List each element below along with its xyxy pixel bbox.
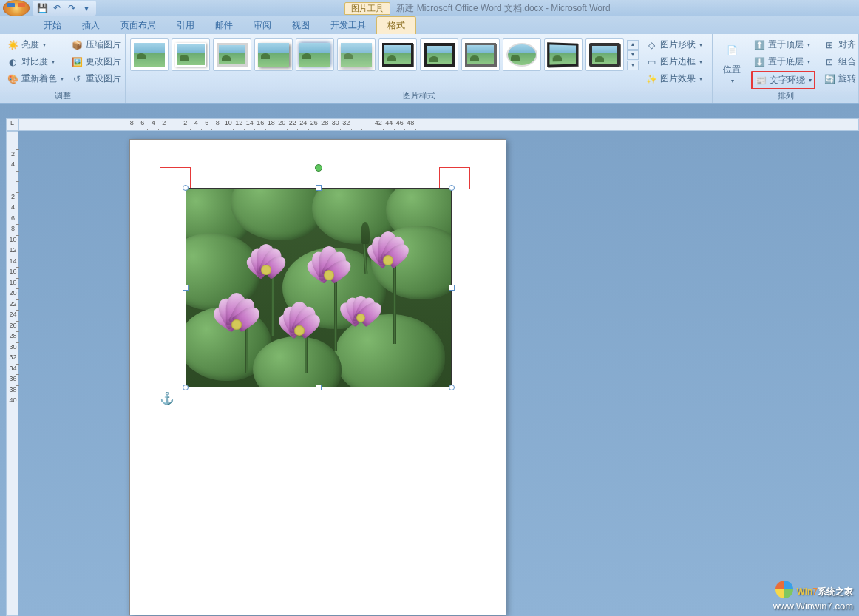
qat-customize-icon[interactable]: ▾ bbox=[80, 1, 93, 15]
style-thumb[interactable] bbox=[172, 38, 210, 71]
brightness-button[interactable]: ☀️亮度▾ bbox=[4, 37, 66, 53]
picture-shape-icon: ◇ bbox=[645, 39, 657, 51]
align-button[interactable]: ⊞对齐▾ bbox=[821, 37, 859, 53]
picture-shape-button[interactable]: ◇图片形状▾ bbox=[643, 37, 704, 53]
text-wrap-icon: 📰 bbox=[755, 75, 767, 87]
watermark-url: www.Winwin7.com bbox=[773, 600, 853, 612]
ribbon: ☀️亮度▾ ◐对比度▾ 🎨重新着色▾ 📦压缩图片 🖼️更改图片 ↺重设图片 调整 bbox=[0, 34, 859, 104]
reset-picture-icon: ↺ bbox=[71, 73, 83, 85]
align-icon: ⊞ bbox=[824, 39, 835, 51]
change-picture-button[interactable]: 🖼️更改图片 bbox=[69, 54, 123, 70]
watermark: Win7系统之家 www.Winwin7.com bbox=[773, 581, 853, 612]
resize-handle-n[interactable] bbox=[316, 185, 322, 191]
style-thumb[interactable] bbox=[213, 38, 251, 71]
picture-content bbox=[186, 188, 452, 387]
horizontal-ruler[interactable]: 8642246810121416182022242628303242444648 bbox=[18, 118, 859, 131]
contrast-icon: ◐ bbox=[7, 56, 18, 68]
position-icon: 📄 bbox=[720, 38, 744, 62]
vertical-ruler[interactable]: 24246810121416182022242628303234363840 bbox=[6, 131, 18, 616]
brightness-icon: ☀️ bbox=[7, 39, 18, 51]
resize-handle-w[interactable] bbox=[183, 285, 189, 291]
crop-mark-top-right bbox=[439, 167, 470, 189]
tab-insert[interactable]: 插入 bbox=[72, 17, 110, 34]
windows-flag-icon bbox=[775, 581, 793, 598]
context-tab-group-label: 图片工具 bbox=[344, 2, 390, 15]
office-button[interactable] bbox=[3, 0, 30, 16]
send-back-icon: ⬇️ bbox=[753, 56, 765, 68]
tab-mailings[interactable]: 邮件 bbox=[205, 17, 243, 34]
style-thumb[interactable] bbox=[503, 38, 541, 71]
tab-home[interactable]: 开始 bbox=[33, 17, 72, 34]
change-picture-icon: 🖼️ bbox=[71, 56, 83, 68]
tab-page-layout[interactable]: 页面布局 bbox=[110, 17, 166, 34]
style-thumb[interactable] bbox=[254, 38, 293, 71]
group-label-styles: 图片样式 bbox=[126, 89, 712, 102]
rotate-button[interactable]: 🔄旋转▾ bbox=[821, 71, 859, 87]
style-thumb[interactable] bbox=[585, 38, 624, 71]
style-thumb[interactable] bbox=[378, 38, 417, 71]
compress-button[interactable]: 📦压缩图片 bbox=[69, 37, 123, 53]
picture-effects-icon: ✨ bbox=[645, 73, 657, 85]
picture-border-button[interactable]: ▭图片边框▾ bbox=[643, 54, 704, 70]
rotation-handle[interactable] bbox=[315, 164, 322, 172]
resize-handle-nw[interactable] bbox=[183, 185, 189, 191]
picture-effects-button[interactable]: ✨图片效果▾ bbox=[643, 71, 704, 87]
style-thumb[interactable] bbox=[420, 38, 458, 71]
resize-handle-s[interactable] bbox=[316, 385, 322, 390]
tab-references[interactable]: 引用 bbox=[166, 17, 205, 34]
send-to-back-button[interactable]: ⬇️置于底层▾ bbox=[751, 54, 815, 70]
save-icon[interactable]: 💾 bbox=[35, 1, 49, 15]
style-thumb[interactable] bbox=[461, 38, 500, 71]
group-button[interactable]: ⊡组合▾ bbox=[821, 54, 859, 70]
recolor-button[interactable]: 🎨重新着色▾ bbox=[4, 71, 66, 87]
recolor-icon: 🎨 bbox=[7, 73, 18, 85]
picture-styles-gallery[interactable]: ▴▾▾ bbox=[129, 35, 640, 74]
resize-handle-se[interactable] bbox=[449, 385, 455, 390]
compress-icon: 📦 bbox=[71, 39, 83, 51]
bring-to-front-button[interactable]: ⬆️置于顶层▾ bbox=[751, 37, 815, 53]
gallery-scroll[interactable]: ▴▾▾ bbox=[627, 40, 639, 70]
style-thumb[interactable] bbox=[296, 38, 334, 71]
group-icon: ⊡ bbox=[824, 56, 835, 68]
anchor-icon: ⚓ bbox=[160, 391, 174, 405]
group-label-adjust: 调整 bbox=[0, 89, 125, 102]
document-page[interactable]: ⚓ bbox=[129, 139, 506, 615]
ribbon-tabs: 开始 插入 页面布局 引用 邮件 审阅 视图 开发工具 格式 bbox=[0, 16, 859, 34]
rotate-icon: 🔄 bbox=[824, 73, 835, 85]
document-title: 新建 Microsoft Office Word 文档.docx - Micro… bbox=[396, 2, 610, 15]
picture-border-icon: ▭ bbox=[645, 56, 657, 68]
style-thumb[interactable] bbox=[337, 38, 376, 71]
ruler-corner[interactable]: L bbox=[6, 118, 18, 131]
quick-access-toolbar: 💾 ↶ ↷ ▾ bbox=[33, 1, 96, 16]
resize-handle-sw[interactable] bbox=[183, 385, 189, 390]
redo-icon[interactable]: ↷ bbox=[65, 1, 78, 15]
contrast-button[interactable]: ◐对比度▾ bbox=[4, 54, 66, 70]
tab-developer[interactable]: 开发工具 bbox=[320, 17, 376, 34]
group-label-arrange: 排列 bbox=[713, 89, 858, 102]
tab-format[interactable]: 格式 bbox=[376, 16, 416, 34]
style-thumb[interactable] bbox=[130, 38, 169, 71]
bring-front-icon: ⬆️ bbox=[753, 39, 765, 51]
undo-icon[interactable]: ↶ bbox=[50, 1, 64, 15]
document-workspace: L 86422468101214161820222426283032424446… bbox=[0, 104, 859, 616]
style-thumb[interactable] bbox=[544, 38, 583, 71]
reset-picture-button[interactable]: ↺重设图片 bbox=[69, 71, 123, 87]
tab-review[interactable]: 审阅 bbox=[243, 17, 282, 34]
resize-handle-e[interactable] bbox=[449, 285, 455, 291]
text-wrap-button[interactable]: 📰文字环绕▾ bbox=[751, 71, 815, 89]
selected-picture[interactable] bbox=[186, 188, 452, 387]
resize-handle-ne[interactable] bbox=[449, 185, 455, 191]
tab-view[interactable]: 视图 bbox=[282, 17, 320, 34]
position-button[interactable]: 📄 位置 ▾ bbox=[716, 35, 748, 87]
